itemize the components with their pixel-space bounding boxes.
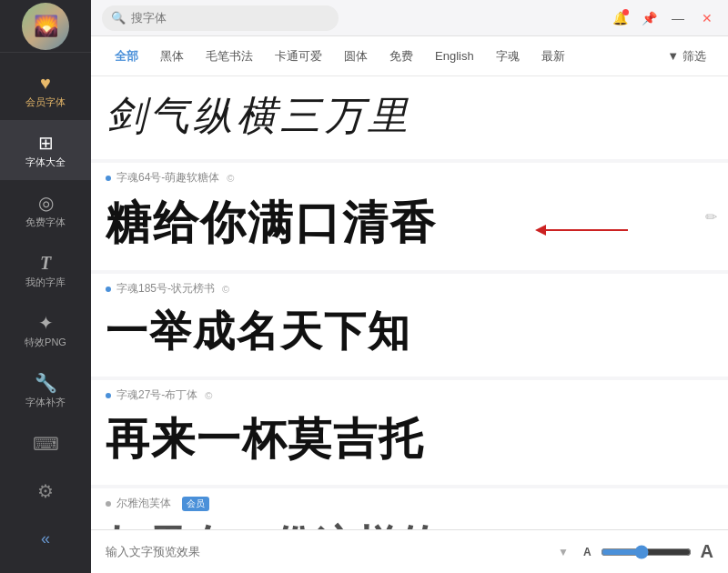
font-meta-name-ruo: 尔雅泡芙体 xyxy=(116,496,171,511)
font-section-header-yiju: 字魂185号-状元榜书 © xyxy=(91,274,728,300)
size-label-large: A xyxy=(701,541,713,562)
avatar[interactable]: 🌄 xyxy=(22,3,69,50)
filter-tag-calligraphy[interactable]: 毛笔书法 xyxy=(197,45,262,68)
font-preview-jianqi: 剑气纵横三万里 xyxy=(91,76,728,159)
collapse-down-icon: ▼ xyxy=(558,546,569,558)
bottom-bar: ▼ A A xyxy=(91,529,728,573)
font-dot-tang xyxy=(106,176,111,181)
copyright-icon-zaici: © xyxy=(205,390,212,401)
filter-tag-zihun[interactable]: 字魂 xyxy=(487,45,529,68)
font-dot-yiju xyxy=(106,286,111,292)
font-list: 剑气纵横三万里 字魂64号-萌趣软糖体 © 糖给你满口清香 ✏ xyxy=(91,76,728,529)
filter-tag-english[interactable]: English xyxy=(426,45,483,66)
sidebar-item-label: 特效PNG xyxy=(25,337,66,347)
filter-label: 筛选 xyxy=(682,48,706,65)
font-section-header-ruo: 尔雅泡芙体 会员 xyxy=(91,488,728,515)
sidebar-item-shortcut[interactable]: ⌨ xyxy=(0,420,91,467)
heart-icon: ♥ xyxy=(40,74,51,92)
effect-icon: ✦ xyxy=(38,314,54,332)
font-section-header-zaici: 字魂27号-布丁体 © xyxy=(91,380,728,407)
sidebar-item-label: 字体大全 xyxy=(25,157,66,167)
sidebar-item-label: 免费字体 xyxy=(25,217,66,227)
tang-preview-wrapper: 糖给你满口清香 xyxy=(91,189,728,270)
grid-icon: ⊞ xyxy=(38,134,54,152)
close-icon: ✕ xyxy=(702,11,713,25)
collapse-icon: « xyxy=(41,529,50,548)
minimize-button[interactable]: — xyxy=(668,8,688,28)
font-section-jianqi: 剑气纵横三万里 xyxy=(91,76,728,159)
sidebar-item-label: 会员字体 xyxy=(25,97,66,107)
pin-icon: 📌 xyxy=(642,11,657,25)
sidebar-item-vip-fonts[interactable]: ♥ 会员字体 xyxy=(0,60,91,120)
font-preview-zaici: 再来一杯莫吉托 xyxy=(91,407,728,485)
minimize-icon: — xyxy=(672,11,684,25)
size-controls: A A xyxy=(583,541,713,562)
sidebar-nav: ♥ 会员字体 ⊞ 字体大全 ◎ 免费字体 T 我的字库 ✦ 特效PNG 🔧 字体… xyxy=(0,53,91,420)
search-icon: 🔍 xyxy=(111,11,126,25)
sidebar-item-label: 字体补齐 xyxy=(25,397,66,407)
size-label-small: A xyxy=(583,546,592,558)
avatar-container: 🌄 xyxy=(0,0,91,53)
filter-tag-yuanti[interactable]: 圆体 xyxy=(335,45,377,68)
pin-button[interactable]: 📌 xyxy=(639,8,659,28)
edit-icon-tang[interactable]: ✏ xyxy=(705,208,717,226)
filter-tag-latest[interactable]: 最新 xyxy=(532,45,574,68)
filter-tag-all[interactable]: 全部 xyxy=(106,45,147,68)
filter-tag-cartoon[interactable]: 卡通可爱 xyxy=(266,45,331,68)
copyright-icon-yiju: © xyxy=(222,284,229,295)
titlebar-controls: 🔔 📌 — ✕ xyxy=(610,8,717,28)
titlebar: 🔍 🔔 📌 — ✕ xyxy=(91,0,728,36)
sidebar: 🌄 ♥ 会员字体 ⊞ 字体大全 ◎ 免费字体 T 我的字库 ✦ 特效PNG 🔧 xyxy=(0,0,91,573)
filter-icon: ▼ xyxy=(667,49,679,63)
sidebar-bottom: ⌨ ⚙ « xyxy=(0,420,91,573)
bell-icon: 🔔 xyxy=(612,11,628,25)
font-dot-ruo xyxy=(106,501,111,507)
wrench-icon: 🔧 xyxy=(35,374,57,392)
font-section-yiju: 字魂185号-状元榜书 © 一举成名天下知 xyxy=(91,274,728,377)
font-preview-ruo: 如果有一份这样的 xyxy=(91,515,728,529)
font-dot-zaici xyxy=(106,393,111,398)
filter-tag-heiti[interactable]: 黑体 xyxy=(151,45,193,68)
sidebar-item-label: 我的字库 xyxy=(25,277,66,287)
font-section-header-tang: 字魂64号-萌趣软糖体 © xyxy=(91,163,728,189)
type-icon: T xyxy=(40,254,51,272)
font-preview-tang: 糖给你满口清香 xyxy=(91,189,728,270)
sidebar-item-effect-png[interactable]: ✦ 特效PNG xyxy=(0,300,91,360)
notification-icon[interactable]: 🔔 xyxy=(610,8,630,28)
font-section-ruo: 尔雅泡芙体 会员 如果有一份这样的 xyxy=(91,488,728,529)
sidebar-item-settings[interactable]: ⚙ xyxy=(0,467,91,515)
font-meta-name-yiju: 字魂185号-状元榜书 xyxy=(116,281,215,297)
filter-tag-free[interactable]: 免费 xyxy=(380,45,422,68)
sidebar-item-font-supplement[interactable]: 🔧 字体补齐 xyxy=(0,360,91,420)
member-badge: 会员 xyxy=(182,497,209,511)
sidebar-item-collapse[interactable]: « xyxy=(0,515,91,562)
font-section-zaici: 字魂27号-布丁体 © 再来一杯莫吉托 xyxy=(91,380,728,485)
font-section-tang: 字魂64号-萌趣软糖体 © 糖给你满口清香 ✏ xyxy=(91,163,728,270)
close-button[interactable]: ✕ xyxy=(697,8,717,28)
sidebar-item-free-fonts[interactable]: ◎ 免费字体 xyxy=(0,180,91,240)
sidebar-item-all-fonts[interactable]: ⊞ 字体大全 xyxy=(0,120,91,180)
sidebar-item-my-library[interactable]: T 我的字库 xyxy=(0,240,91,300)
circle-icon: ◎ xyxy=(38,194,54,212)
font-meta-name-tang: 字魂64号-萌趣软糖体 xyxy=(116,170,219,186)
settings-icon: ⚙ xyxy=(37,480,54,502)
filter-button[interactable]: ▼ 筛选 xyxy=(660,45,713,68)
font-size-slider[interactable] xyxy=(601,545,692,559)
font-preview-yiju: 一举成名天下知 xyxy=(91,300,728,377)
search-box[interactable]: 🔍 xyxy=(102,5,339,31)
filter-bar: 全部 黑体 毛笔书法 卡通可爱 圆体 免费 English 字魂 最新 ▼ 筛选 xyxy=(91,36,728,76)
main-area: 🔍 🔔 📌 — ✕ 全部 黑体 毛笔书法 卡通可爱 圆体 免费 English xyxy=(91,0,728,573)
copyright-icon-tang: © xyxy=(227,173,234,184)
search-input[interactable] xyxy=(131,11,329,25)
shortcut-icon: ⌨ xyxy=(33,433,59,455)
preview-text-input[interactable] xyxy=(106,545,558,558)
font-meta-name-zaici: 字魂27号-布丁体 xyxy=(116,387,197,403)
